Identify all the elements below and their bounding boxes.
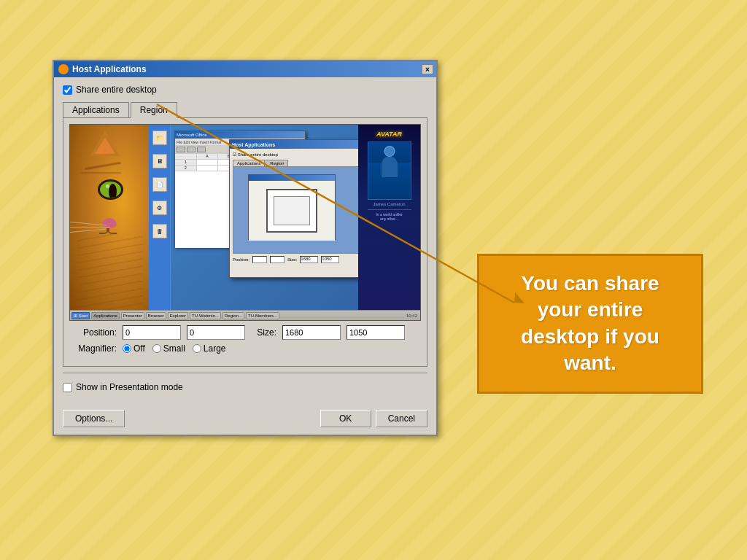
magnifier-small-radio[interactable] [152, 344, 161, 353]
callout-text: You can share your entire desktop if you… [521, 272, 659, 374]
footer-right-buttons: OK Cancel [320, 410, 427, 427]
close-button[interactable]: × [422, 64, 433, 74]
presentation-row: Show in Presentation mode [63, 379, 427, 395]
options-button[interactable]: Options... [63, 410, 125, 427]
tab-applications[interactable]: Applications [63, 102, 129, 117]
cancel-button[interactable]: Cancel [376, 410, 427, 427]
magnifier-radio-group: Off Small Large [123, 343, 226, 354]
cat-image [70, 125, 158, 320]
tabs-container: Applications Region [63, 102, 427, 117]
taskbar-item-4: Explorer [168, 312, 188, 319]
taskbar-clock: 10:42 [406, 314, 419, 318]
taskbar-item-2: Presenter [121, 312, 144, 319]
position-x-input[interactable] [123, 325, 181, 340]
presentation-checkbox[interactable] [63, 383, 72, 392]
magnifier-small-label: Small [163, 343, 185, 354]
taskbar-item-1: Applications [91, 312, 119, 319]
position-label: Position: [69, 327, 117, 338]
desktop-icons: 📁 🖥 📄 ⚙ 🗑 [149, 125, 170, 238]
magnifier-off: Off [123, 343, 145, 354]
magnifier-off-label: Off [133, 343, 145, 354]
dialog-body: Share entire desktop Applications Region [54, 77, 436, 404]
share-desktop-label: Share entire desktop [76, 85, 157, 95]
dialog-title-text: Host Applications [72, 64, 147, 74]
dialog-footer: Options... OK Cancel [54, 404, 436, 435]
magnifier-label: Magnifier: [69, 343, 117, 354]
presentation-label: Show in Presentation mode [76, 382, 183, 392]
taskbar-item-5: TU-Webmin... [190, 312, 221, 319]
dialog-window: Host Applications × Share entire desktop… [53, 60, 438, 436]
taskbar-item-7: TU-Members... [246, 312, 279, 319]
taskbar-item-6: Region... [222, 312, 244, 319]
form-area: Position: Size: Magnifier: Off [69, 321, 421, 360]
magnifier-large: Large [193, 343, 226, 354]
magnifier-large-radio[interactable] [193, 344, 201, 353]
dialog-titlebar: Host Applications × [54, 61, 436, 77]
desktop-main: Microsoft Office File Edit View Insert F… [171, 125, 420, 310]
size-w-input[interactable] [282, 325, 341, 340]
tab-content: 📁 🖥 📄 ⚙ 🗑 Microsoft Office [63, 117, 427, 367]
magnifier-off-radio[interactable] [123, 344, 131, 353]
taskbar-start: ⊞ Start [71, 312, 90, 319]
tab-region[interactable]: Region [131, 102, 177, 118]
magnifier-small: Small [152, 343, 185, 354]
desktop-preview: 📁 🖥 📄 ⚙ 🗑 Microsoft Office [69, 124, 421, 321]
size-label: Size: [251, 327, 276, 338]
size-h-input[interactable] [347, 325, 405, 340]
position-row: Position: Size: [69, 325, 421, 340]
position-y-input[interactable] [187, 325, 245, 340]
share-desktop-row: Share entire desktop [63, 85, 427, 95]
avatar-promo: AVATAR James Cameron In a world unlikean… [358, 125, 420, 310]
magnifier-row: Magnifier: Off Small Large [69, 343, 421, 354]
dialog-title: Host Applications [58, 64, 147, 74]
sim-window-2: Host Applications ☑ Share entire desktop… [229, 139, 375, 278]
share-desktop-checkbox[interactable] [63, 85, 72, 95]
desktop-taskbar: ⊞ Start Applications Presenter Browser E… [70, 310, 420, 320]
taskbar-item-3: Browser [146, 312, 166, 319]
callout-box: You can share your entire desktop if you… [477, 254, 703, 394]
ok-button[interactable]: OK [320, 410, 371, 427]
magnifier-large-label: Large [204, 343, 226, 354]
app-icon [58, 64, 69, 74]
separator [63, 373, 427, 373]
